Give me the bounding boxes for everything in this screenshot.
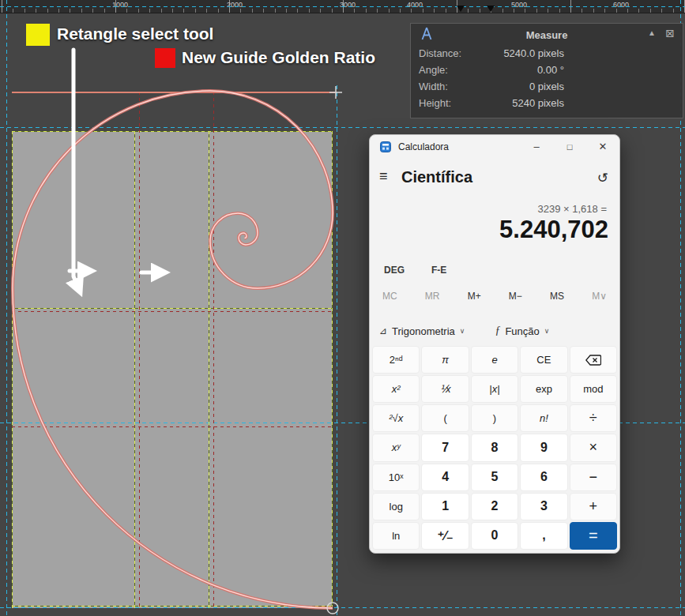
annotation-rect-select-label: Retangle select tool xyxy=(57,24,213,43)
key-5[interactable]: 5 xyxy=(471,464,518,491)
calc-window-title: Calculadora xyxy=(398,141,449,152)
calculator-window: Calculadora – □ ✕ ≡ Científica ↺ 3239 × … xyxy=(369,134,620,554)
key-abs[interactable]: |x| xyxy=(471,375,518,403)
deg-button[interactable]: DEG xyxy=(384,265,405,276)
key-4[interactable]: 4 xyxy=(421,464,469,491)
measure-value: 0.00 ° xyxy=(480,63,564,77)
key-3[interactable]: 3 xyxy=(520,493,567,520)
key-open-paren[interactable]: ( xyxy=(421,404,469,432)
measure-row-height: Height: 5240 pixels xyxy=(411,95,683,111)
history-icon[interactable]: ↺ xyxy=(597,170,608,186)
measure-label: Width: xyxy=(419,80,480,93)
ruler-label-5000: 5000 xyxy=(511,1,527,9)
rect-select-tool-swatch xyxy=(26,24,50,46)
function-dropdown-row: ⊿ Trigonometria ∨ ƒ Função ∨ xyxy=(379,325,549,337)
horizontal-ruler[interactable]: 1000 2000 3000 4000 5000 6000 xyxy=(0,0,685,13)
calc-expression: 3239 × 1,618 = xyxy=(538,203,607,215)
ruler-guide-marker-icon xyxy=(487,6,495,12)
memory-flyout-button[interactable]: M∨ xyxy=(592,291,607,302)
key-mod[interactable]: mod xyxy=(570,375,617,403)
measure-row-distance: Distance: 5240.0 pixels xyxy=(411,45,683,62)
key-2nd[interactable]: 2ⁿᵈ xyxy=(372,346,420,374)
key-6[interactable]: 6 xyxy=(520,464,567,491)
maximize-button[interactable]: □ xyxy=(553,135,586,159)
fe-button[interactable]: F-E xyxy=(431,265,446,276)
memory-row: MC MR M+ M− MS M∨ xyxy=(382,291,607,302)
chevron-down-icon: ∨ xyxy=(460,327,465,335)
minimize-button[interactable]: – xyxy=(520,135,553,159)
key-plusminus[interactable]: ⁺⁄₋ xyxy=(421,522,469,550)
memory-recall-button[interactable]: MR xyxy=(425,291,440,302)
key-power[interactable]: xʸ xyxy=(372,434,420,461)
guide-line xyxy=(337,85,337,616)
key-9[interactable]: 9 xyxy=(520,434,567,461)
measure-panel: Measure ▲ ⊠ Distance: 5240.0 pixels Angl… xyxy=(410,23,683,118)
calculator-app-icon xyxy=(380,141,391,152)
backspace-icon xyxy=(585,355,601,366)
key-exp[interactable]: exp xyxy=(520,375,567,403)
ruler-label-2000: 2000 xyxy=(227,1,243,9)
measure-panel-titlebar: Measure ▲ ⊠ xyxy=(411,24,683,45)
key-equals[interactable]: = xyxy=(570,522,617,550)
key-decimal[interactable]: , xyxy=(520,522,567,550)
key-divide[interactable]: ÷ xyxy=(570,404,617,432)
calc-result: 5.240,702 xyxy=(499,216,608,244)
memory-add-button[interactable]: M+ xyxy=(468,291,481,302)
measure-row-width: Width: 0 pixels xyxy=(411,78,683,95)
measure-value: 0 pixels xyxy=(480,80,564,93)
function-icon: ƒ xyxy=(495,325,500,337)
key-factorial[interactable]: n! xyxy=(520,404,567,432)
key-8[interactable]: 8 xyxy=(471,434,518,461)
memory-store-button[interactable]: MS xyxy=(550,291,564,302)
key-10x[interactable]: 10ˣ xyxy=(372,464,420,491)
new-guide-tool-swatch xyxy=(155,48,175,68)
memory-clear-button[interactable]: MC xyxy=(382,291,397,302)
triangle-icon: ⊿ xyxy=(379,325,387,336)
ruler-label-3000: 3000 xyxy=(340,1,356,9)
key-7[interactable]: 7 xyxy=(421,434,469,461)
panel-close-icon[interactable]: ⊠ xyxy=(665,27,675,39)
function-dropdown[interactable]: ƒ Função ∨ xyxy=(495,325,549,337)
key-close-paren[interactable]: ) xyxy=(471,404,518,432)
key-square[interactable]: x² xyxy=(372,375,420,403)
measure-tool-line xyxy=(12,92,335,93)
key-backspace[interactable] xyxy=(570,346,617,374)
trigonometry-label: Trigonometria xyxy=(392,325,455,337)
ruler-label-4000: 4000 xyxy=(407,1,423,9)
measure-label: Distance: xyxy=(419,47,480,60)
key-reciprocal[interactable]: ⅟x xyxy=(421,375,469,403)
memory-subtract-button[interactable]: M− xyxy=(509,291,522,302)
menu-icon[interactable]: ≡ xyxy=(379,168,388,185)
key-1[interactable]: 1 xyxy=(421,493,469,520)
key-log[interactable]: log xyxy=(372,493,420,520)
angle-unit-row: DEG F-E xyxy=(384,265,446,276)
measure-label: Height: xyxy=(419,96,480,110)
key-multiply[interactable]: × xyxy=(570,434,617,461)
key-subtract[interactable]: − xyxy=(570,464,617,491)
key-2[interactable]: 2 xyxy=(471,493,518,520)
close-button[interactable]: ✕ xyxy=(586,135,619,159)
key-e[interactable]: e xyxy=(471,346,518,374)
calc-titlebar[interactable]: Calculadora – □ ✕ xyxy=(370,135,619,159)
key-0[interactable]: 0 xyxy=(471,522,518,550)
key-sqrt[interactable]: ²√x xyxy=(372,404,420,432)
panel-menu-icon[interactable]: ▲ xyxy=(648,28,656,37)
calc-keypad: 2ⁿᵈ π e CE x² ⅟x |x| exp mod ²√x ( ) n! … xyxy=(372,346,617,550)
image-canvas[interactable] xyxy=(12,131,333,608)
ruler-label-1000: 1000 xyxy=(112,1,128,9)
measure-panel-title: Measure xyxy=(411,29,683,41)
chevron-down-icon: ∨ xyxy=(544,327,550,335)
measure-row-angle: Angle: 0.00 ° xyxy=(411,62,683,78)
measure-value: 5240 pixels xyxy=(480,96,564,110)
trigonometry-dropdown[interactable]: ⊿ Trigonometria ∨ xyxy=(379,325,465,337)
annotation-new-guide-label: New Guide Golden Ratio xyxy=(182,48,375,67)
ruler-label-6000: 6000 xyxy=(613,1,629,9)
key-ln[interactable]: ln xyxy=(372,522,420,550)
screenshot-root: 1000 2000 3000 4000 5000 6000 Retangle s… xyxy=(0,0,685,616)
key-pi[interactable]: π xyxy=(421,346,469,374)
key-add[interactable]: + xyxy=(570,493,617,520)
guide-line xyxy=(6,0,7,616)
key-clear-entry[interactable]: CE xyxy=(520,346,567,374)
measure-value: 5240.0 pixels xyxy=(480,47,564,60)
ruler-guide-marker-icon xyxy=(457,6,465,12)
